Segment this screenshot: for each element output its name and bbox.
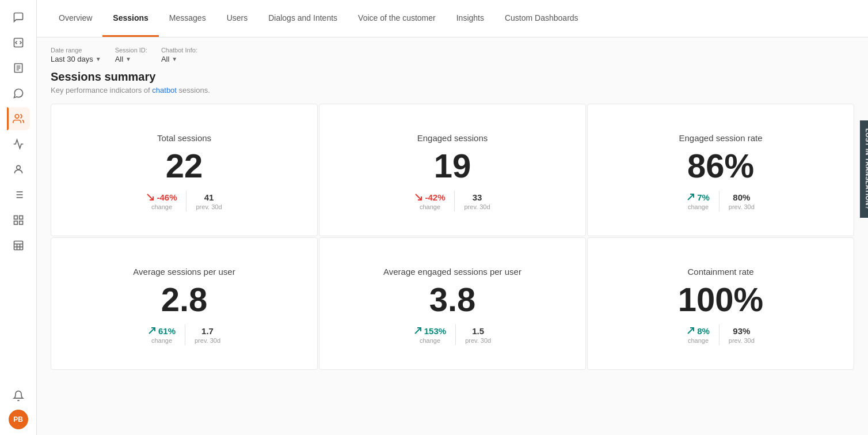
prev-value: 80% xyxy=(733,192,750,202)
chat-icon[interactable] xyxy=(7,6,30,29)
svg-line-24 xyxy=(688,194,694,200)
card-metrics: -42% change 33 prev. 30d xyxy=(414,191,490,211)
date-range-caret: ▼ xyxy=(96,56,101,62)
prev-value: 1.7 xyxy=(201,326,214,336)
card-title: Average sessions per user xyxy=(133,267,235,277)
change-value: -46% xyxy=(146,192,177,202)
card-prev: 41 prev. 30d xyxy=(196,192,222,210)
date-range-value[interactable]: Last 30 days ▼ xyxy=(51,55,101,63)
svg-rect-15 xyxy=(14,221,17,225)
divider xyxy=(719,191,719,211)
content-area: Date range Last 30 days ▼ Session ID: Al… xyxy=(37,37,868,435)
chatbot-info-caret: ▼ xyxy=(172,56,177,62)
metric-card: Containment rate 100% 8% change 93% prev… xyxy=(587,237,854,370)
people-icon[interactable] xyxy=(7,107,30,130)
top-nav: OverviewSessionsMessagesUsersDialogs and… xyxy=(37,0,868,37)
card-metrics: 153% change 1.5 prev. 30d xyxy=(414,324,491,345)
section-title: Sessions summary xyxy=(37,70,868,86)
nav-tab-users[interactable]: Users xyxy=(216,0,258,37)
change-label: change xyxy=(688,337,709,344)
card-metrics: 8% change 93% prev. 30d xyxy=(687,324,755,345)
card-value: 3.8 xyxy=(429,281,476,318)
grid-icon[interactable] xyxy=(7,209,30,232)
metric-card: Average sessions per user 2.8 61% change… xyxy=(51,237,318,370)
card-metrics: 7% change 80% prev. 30d xyxy=(687,191,755,211)
card-value: 2.8 xyxy=(161,281,208,318)
prev-value: 1.5 xyxy=(472,326,484,336)
bell-icon[interactable] xyxy=(7,384,30,407)
lost-in-translation-button[interactable]: LOST IN TRANSLATION? xyxy=(860,120,868,217)
analytics-icon[interactable] xyxy=(7,133,30,156)
message-icon[interactable] xyxy=(7,82,30,105)
card-prev: 33 prev. 30d xyxy=(464,192,490,210)
svg-rect-17 xyxy=(14,241,22,250)
card-value: 100% xyxy=(678,281,763,318)
change-value: 61% xyxy=(148,326,176,336)
change-label: change xyxy=(420,337,440,344)
change-label: change xyxy=(688,203,709,210)
card-value: 86% xyxy=(687,147,754,184)
card-title: Containment rate xyxy=(687,267,753,277)
prev-label: prev. 30d xyxy=(196,203,222,210)
sidebar: PB xyxy=(0,0,37,435)
card-prev: 1.7 prev. 30d xyxy=(195,326,220,344)
svg-rect-16 xyxy=(19,221,22,225)
nav-tab-custom-dashboards[interactable]: Custom Dashboards xyxy=(494,0,589,37)
report-icon[interactable] xyxy=(7,56,30,80)
session-id-caret: ▼ xyxy=(125,56,131,62)
svg-line-25 xyxy=(149,328,155,334)
card-change: 8% change xyxy=(687,326,710,344)
svg-line-23 xyxy=(416,194,421,200)
session-id-label: Session ID: xyxy=(115,47,147,54)
table-icon[interactable] xyxy=(7,234,30,257)
nav-tab-sessions[interactable]: Sessions xyxy=(102,0,158,37)
card-change: 7% change xyxy=(687,192,710,210)
divider xyxy=(719,324,719,345)
nav-tab-overview[interactable]: Overview xyxy=(48,0,102,37)
session-id-value[interactable]: All ▼ xyxy=(115,55,147,63)
divider xyxy=(186,191,186,211)
metric-card: Average engaged sessions per user 3.8 15… xyxy=(319,237,586,370)
svg-line-26 xyxy=(415,328,421,334)
card-title: Engaged session rate xyxy=(679,133,762,143)
section-subtitle: Key performance indicators of chatbot se… xyxy=(37,86,868,104)
chatbot-info-value[interactable]: All ▼ xyxy=(161,55,197,63)
filters-bar: Date range Last 30 days ▼ Session ID: Al… xyxy=(37,37,868,70)
date-range-filter: Date range Last 30 days ▼ xyxy=(51,47,101,63)
change-label: change xyxy=(420,203,440,210)
card-change: 61% change xyxy=(148,326,176,344)
card-title: Total sessions xyxy=(157,133,211,143)
card-prev: 80% prev. 30d xyxy=(729,192,755,210)
avatar[interactable]: PB xyxy=(9,410,28,429)
nav-tab-voice-of-the-customer[interactable]: Voice of the customer xyxy=(348,0,446,37)
code-icon[interactable] xyxy=(7,31,30,54)
divider xyxy=(454,191,455,211)
prev-value: 93% xyxy=(733,326,750,336)
prev-label: prev. 30d xyxy=(729,337,755,344)
metric-card: Engaged session rate 86% 7% change 80% p… xyxy=(587,104,854,236)
svg-point-6 xyxy=(16,165,20,169)
cards-row-1: Total sessions 22 -46% change 41 prev. 3… xyxy=(37,104,868,236)
nav-tab-messages[interactable]: Messages xyxy=(159,0,216,37)
main-content: OverviewSessionsMessagesUsersDialogs and… xyxy=(37,0,868,435)
chatbot-info-label: Chatbot Info: xyxy=(161,47,197,54)
prev-value: 33 xyxy=(473,192,482,202)
nav-tab-insights[interactable]: Insights xyxy=(446,0,494,37)
svg-line-27 xyxy=(688,328,694,334)
nav-tab-dialogs-and-intents[interactable]: Dialogs and Intents xyxy=(258,0,348,37)
session-id-filter: Session ID: All ▼ xyxy=(115,47,147,63)
change-value: 153% xyxy=(414,326,446,336)
card-value: 19 xyxy=(434,147,471,184)
divider xyxy=(185,324,185,345)
card-metrics: 61% change 1.7 prev. 30d xyxy=(148,324,220,345)
svg-point-5 xyxy=(15,115,19,119)
change-value: -42% xyxy=(414,192,445,202)
group-icon[interactable] xyxy=(7,158,30,181)
change-label: change xyxy=(151,337,172,344)
list-icon[interactable] xyxy=(7,183,30,206)
metric-card: Engaged sessions 19 -42% change 33 prev.… xyxy=(319,104,586,236)
divider xyxy=(455,324,456,345)
card-change: 153% change xyxy=(414,326,446,344)
card-prev: 1.5 prev. 30d xyxy=(465,326,491,344)
subtitle-link[interactable]: chatbot xyxy=(152,86,177,94)
